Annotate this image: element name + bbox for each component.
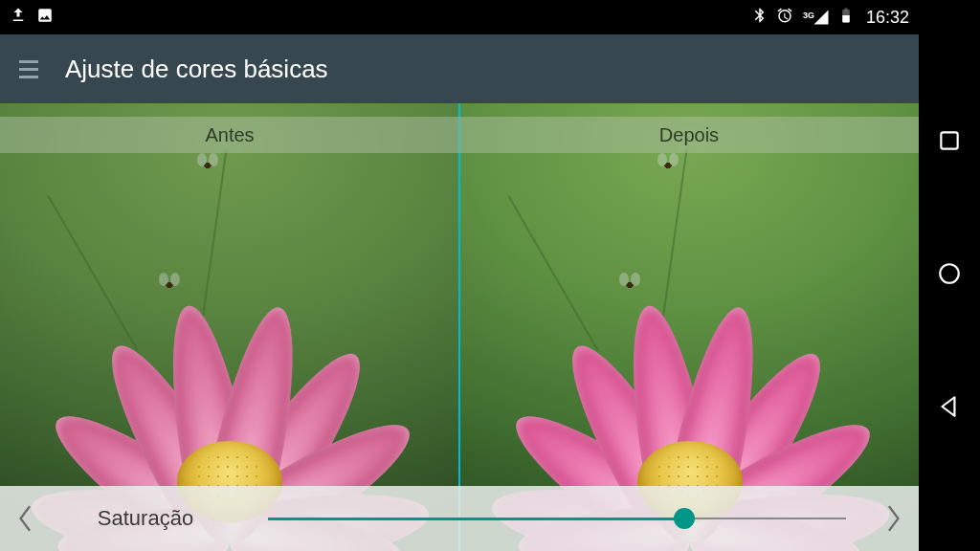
compare-view: Antes Depois Saturação	[0, 103, 919, 551]
upload-icon	[10, 7, 27, 28]
data-type-label: 3G	[803, 11, 814, 20]
slider-fill	[268, 518, 684, 520]
parameter-label: Saturação	[50, 506, 241, 531]
prev-parameter-button[interactable]	[8, 496, 42, 541]
compare-label-strip: Antes Depois	[0, 117, 919, 153]
device-screen: 3G 16:32 Ajuste de cores básicas	[0, 0, 919, 551]
before-pane	[0, 103, 458, 551]
back-button[interactable]	[937, 394, 962, 423]
after-label: Depois	[459, 117, 919, 153]
status-bar: 3G 16:32	[0, 0, 919, 34]
clock-text: 16:32	[866, 8, 909, 28]
bluetooth-icon	[751, 7, 768, 28]
recent-apps-button[interactable]	[937, 128, 962, 157]
before-label: Antes	[0, 117, 459, 153]
signal-group: 3G	[801, 9, 830, 26]
battery-icon	[837, 7, 855, 28]
home-button[interactable]	[937, 261, 962, 290]
signal-icon	[813, 9, 830, 26]
after-pane	[460, 103, 919, 551]
parameter-bar: Saturação	[0, 486, 919, 551]
app-bar: Ajuste de cores básicas	[0, 34, 919, 103]
slider-thumb[interactable]	[674, 508, 695, 529]
svg-point-1	[940, 264, 959, 283]
alarm-icon	[776, 7, 793, 28]
saturation-slider[interactable]	[268, 499, 846, 538]
svg-rect-0	[941, 133, 957, 149]
next-parameter-button[interactable]	[877, 496, 911, 541]
page-title: Ajuste de cores básicas	[65, 55, 328, 84]
image-icon	[36, 7, 54, 28]
compare-divider[interactable]	[458, 103, 460, 551]
menu-icon[interactable]	[19, 60, 38, 78]
android-nav-bar	[919, 0, 980, 551]
